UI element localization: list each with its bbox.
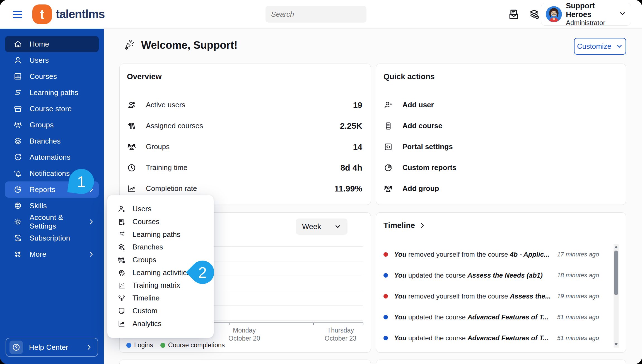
more-grid-icon bbox=[13, 250, 22, 259]
sidebar-item-account-settings[interactable]: Account & Settings bbox=[5, 214, 99, 230]
timeline-card: Timeline You removed yourself from the c… bbox=[376, 212, 626, 353]
chevron-down-icon bbox=[616, 43, 623, 50]
brand-logo: t talentlms bbox=[32, 4, 105, 24]
training-matrix-icon bbox=[117, 281, 126, 290]
sidebar-item-courses[interactable]: Courses bbox=[5, 68, 99, 84]
sidebar-nav: Home Users Courses Learning paths Course… bbox=[0, 29, 104, 364]
timeline-entry: You updated the course Advanced Features… bbox=[383, 307, 599, 327]
timeline-entry: You updated the course Advanced Features… bbox=[383, 327, 599, 348]
group-icon bbox=[117, 256, 126, 264]
x-tick-label: Monday October 20 bbox=[214, 326, 275, 343]
x-tick-label: Thursday October 23 bbox=[310, 326, 371, 343]
sidebar-item-course-store[interactable]: Course store bbox=[5, 101, 99, 117]
search-input[interactable] bbox=[271, 10, 366, 19]
quick-actions-title: Quick actions bbox=[383, 72, 435, 81]
layers-icon bbox=[117, 243, 126, 251]
party-popper-icon bbox=[123, 38, 135, 52]
learning-activities-icon bbox=[117, 268, 126, 277]
axis-tick bbox=[229, 323, 230, 325]
path-icon bbox=[13, 88, 22, 97]
analytics-icon bbox=[117, 319, 126, 328]
submenu-item-users[interactable]: Users bbox=[107, 203, 214, 215]
quick-action-add-user[interactable]: Add user bbox=[383, 94, 617, 115]
bell-icon bbox=[13, 169, 22, 178]
submenu-item-courses[interactable]: Courses bbox=[107, 215, 214, 228]
app-window: t talentlms Support Heroes Administrator bbox=[0, 0, 642, 364]
sidebar-item-subscription[interactable]: $ Subscription bbox=[5, 230, 99, 246]
scroll-down-arrow[interactable] bbox=[614, 343, 618, 346]
sidebar-item-skills[interactable]: Skills bbox=[5, 198, 99, 214]
legend-dot-blue bbox=[126, 343, 131, 348]
timeline-header-link[interactable]: Timeline bbox=[383, 221, 426, 230]
hamburger-menu-icon[interactable] bbox=[13, 9, 24, 20]
sidebar-item-users[interactable]: Users bbox=[5, 52, 99, 68]
pie-chart-icon bbox=[383, 163, 393, 173]
logo-mark-icon: t bbox=[32, 4, 52, 24]
customize-button[interactable]: Customize bbox=[574, 38, 626, 55]
user-name: Support Heroes bbox=[566, 2, 615, 19]
chevron-right-icon bbox=[85, 344, 93, 351]
gear-icon bbox=[13, 217, 22, 226]
course-library-icon[interactable] bbox=[528, 8, 540, 21]
submenu-item-timeline[interactable]: Timeline bbox=[107, 292, 214, 305]
event-time: 19 minutes ago bbox=[557, 293, 599, 300]
layers-icon bbox=[13, 137, 22, 145]
event-dot-blue bbox=[383, 315, 388, 319]
scrollbar-thumb[interactable] bbox=[614, 251, 618, 295]
quick-action-custom-reports[interactable]: Custom reports bbox=[383, 157, 617, 178]
submenu-item-analytics[interactable]: Analytics bbox=[107, 317, 214, 330]
quick-action-add-group[interactable]: Add group bbox=[383, 178, 617, 199]
add-user-icon bbox=[383, 100, 393, 110]
courses-report-icon bbox=[117, 218, 126, 226]
page-header: Welcome, Support! bbox=[123, 38, 238, 52]
chevron-down-icon bbox=[334, 223, 341, 230]
question-mark-icon bbox=[9, 341, 23, 354]
groups-icon bbox=[127, 142, 136, 152]
stat-active-users: Active users 19 bbox=[127, 94, 362, 115]
axis-tick bbox=[313, 323, 314, 325]
trend-chart-icon bbox=[127, 184, 136, 193]
home-icon bbox=[13, 40, 22, 48]
sidebar-item-automations[interactable]: Automations bbox=[5, 149, 99, 165]
help-center-button[interactable]: Help Center bbox=[6, 338, 98, 357]
sidebar-item-groups[interactable]: Groups bbox=[5, 117, 99, 133]
scroll-up-arrow[interactable] bbox=[614, 246, 618, 248]
chevron-down-icon bbox=[619, 10, 626, 19]
portal-settings-icon bbox=[383, 142, 393, 152]
submenu-item-branches[interactable]: Branches bbox=[107, 241, 214, 254]
sidebar-item-home[interactable]: Home bbox=[5, 36, 99, 52]
user-menu[interactable]: Support Heroes Administrator bbox=[541, 3, 631, 26]
overview-title: Overview bbox=[127, 72, 162, 81]
active-users-icon bbox=[127, 100, 136, 110]
subscription-icon: $ bbox=[13, 234, 22, 242]
group-icon bbox=[13, 120, 22, 129]
sidebar-item-learning-paths[interactable]: Learning paths bbox=[5, 84, 99, 101]
brain-icon bbox=[13, 201, 22, 210]
legend-dot-green bbox=[160, 343, 165, 348]
period-select[interactable]: Week bbox=[296, 219, 347, 235]
chevron-right-icon bbox=[88, 218, 95, 225]
stat-training-time: Training time 8d 4h bbox=[127, 157, 362, 178]
event-time: 18 minutes ago bbox=[557, 272, 599, 279]
overview-card: Overview Active users 19 Assigned course… bbox=[119, 64, 371, 205]
event-dot-blue bbox=[383, 336, 388, 340]
legend-logins: Logins bbox=[126, 341, 153, 349]
chevron-right-icon bbox=[88, 251, 95, 258]
add-group-icon bbox=[383, 184, 393, 193]
chevron-right-icon bbox=[419, 222, 426, 229]
partial-card bbox=[376, 360, 626, 364]
sidebar-item-branches[interactable]: Branches bbox=[5, 133, 99, 149]
sidebar-item-more[interactable]: More bbox=[5, 246, 99, 262]
quick-action-portal-settings[interactable]: Portal settings bbox=[383, 136, 617, 157]
timeline-entry: You removed yourself from the course Ass… bbox=[383, 286, 599, 307]
submenu-item-learning-paths[interactable]: Learning paths bbox=[107, 228, 214, 241]
submenu-item-custom[interactable]: Custom bbox=[107, 305, 214, 317]
timeline-scrollbar[interactable] bbox=[614, 244, 619, 348]
quick-action-add-course[interactable]: Add course bbox=[383, 115, 617, 136]
clock-icon bbox=[127, 163, 136, 173]
assigned-courses-icon bbox=[127, 121, 136, 131]
users-report-icon bbox=[117, 205, 126, 213]
event-time: 51 minutes ago bbox=[557, 314, 599, 321]
inbox-message-icon[interactable] bbox=[508, 8, 520, 21]
event-dot-red bbox=[383, 294, 388, 299]
